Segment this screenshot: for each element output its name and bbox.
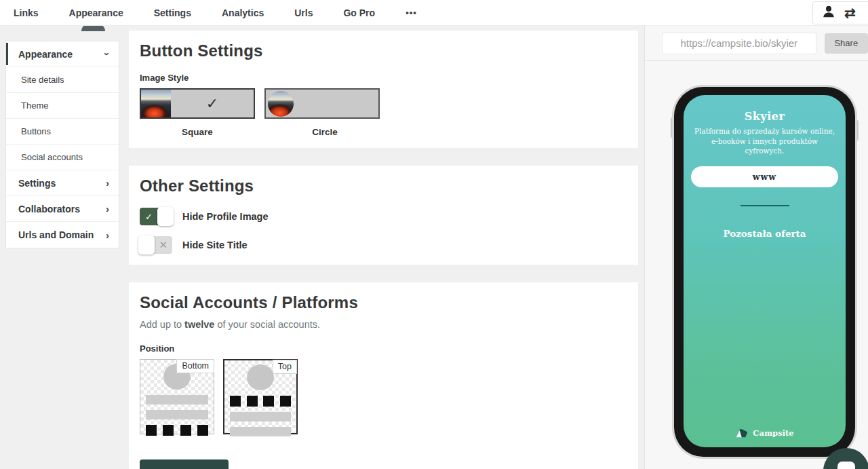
square-option-label: Square — [140, 127, 255, 137]
profile-divider — [741, 205, 789, 206]
social-accounts-title: Social Accounts / Platforms — [140, 293, 627, 312]
hide-profile-image-row: ✓ Hide Profile Image — [140, 208, 627, 225]
nav-go-pro[interactable]: Go Pro — [343, 7, 375, 18]
campsite-brand-label: Campsite — [753, 428, 793, 438]
hide-site-title-row: ✕ Hide Site Title — [140, 236, 627, 254]
sidebar-item-label: Theme — [21, 100, 48, 111]
main-content: Button Settings Image Style ✓ Square Cir… — [129, 26, 638, 469]
chevron-down-icon: › — [102, 52, 113, 56]
phone-preview: Skyier Platforma do sprzedaży kursów onl… — [672, 85, 857, 459]
top-nav: Links Appearance Settings Analytics Urls… — [0, 7, 417, 18]
button-settings-card: Button Settings Image Style ✓ Square Cir… — [129, 31, 638, 148]
more-menu-icon[interactable]: ••• — [406, 7, 417, 18]
top-navigation-bar: Links Appearance Settings Analytics Urls… — [0, 0, 868, 26]
position-label: Position — [140, 343, 627, 354]
other-settings-card: Other Settings ✓ Hide Profile Image ✕ Hi… — [129, 166, 638, 265]
sidebar-item-label: Site details — [21, 75, 64, 85]
profile-url[interactable]: https://campsite.bio/skyier — [662, 33, 816, 54]
phone-bezel: Skyier Platforma do sprzedaży kursów onl… — [674, 87, 855, 457]
sidebar-item-appearance[interactable]: Appearance › — [6, 41, 119, 67]
image-style-label: Image Style — [140, 73, 627, 83]
position-options: Bottom Top — [140, 359, 627, 434]
nav-analytics[interactable]: Analytics — [222, 7, 264, 18]
description-prefix: Add up to — [140, 319, 184, 330]
nav-links[interactable]: Links — [14, 7, 39, 18]
sidebar-item-urls-and-domain[interactable]: Urls and Domain › — [6, 222, 119, 248]
chevron-right-icon: › — [106, 204, 109, 214]
phone-screen: Skyier Platforma do sprzedaży kursów onl… — [684, 95, 846, 447]
hide-profile-image-label: Hide Profile Image — [182, 211, 269, 222]
social-accounts-card: Social Accounts / Platforms Add up to tw… — [129, 282, 638, 469]
profile-section-heading: Pozostała oferta — [684, 228, 846, 239]
preview-header: https://campsite.bio/skyier Share — [645, 26, 868, 61]
sidebar-item-label: Settings — [18, 178, 56, 189]
circle-option-label: Circle — [267, 127, 382, 137]
description-suffix: of your social accounts. — [214, 319, 320, 330]
preview-link-bar — [230, 427, 291, 436]
user-avatar-icon — [821, 4, 836, 22]
preview-link-bar — [146, 410, 208, 419]
sidebar-item-buttons[interactable]: Buttons — [6, 119, 119, 145]
image-style-option-square[interactable]: ✓ — [140, 88, 255, 119]
chat-bubble-icon — [837, 462, 855, 469]
preview-social-icons — [146, 425, 208, 436]
hide-site-title-label: Hide Site Title — [182, 240, 248, 250]
phone-frame: Skyier Platforma do sprzedaży kursów onl… — [672, 85, 857, 459]
circle-thumbnail-image — [268, 91, 294, 117]
toggle-knob — [138, 236, 155, 255]
live-preview-panel: https://campsite.bio/skyier Share Skyier… — [644, 26, 868, 469]
www-link-button[interactable]: www — [691, 166, 838, 187]
preview-link-bar — [230, 412, 291, 421]
sidebar-item-label: Collaborators — [18, 204, 80, 214]
image-style-option-labels: Square Circle — [140, 127, 627, 137]
close-icon: ✕ — [159, 239, 167, 251]
sidebar-item-label: Urls and Domain — [18, 229, 94, 240]
add-account-button[interactable]: Add Account — [140, 459, 229, 469]
sidebar-item-collaborators[interactable]: Collaborators › — [6, 196, 119, 222]
position-option-bottom[interactable]: Bottom — [140, 359, 214, 434]
sidebar-item-theme[interactable]: Theme — [6, 93, 119, 119]
preview-avatar-shape — [247, 364, 274, 390]
settings-sidebar: Appearance › Site details Theme Buttons … — [5, 41, 119, 248]
bottom-option-tag: Bottom — [176, 359, 214, 373]
nav-appearance[interactable]: Appearance — [69, 7, 123, 18]
nav-settings[interactable]: Settings — [154, 7, 191, 18]
sidebar-item-social-accounts[interactable]: Social accounts — [6, 145, 119, 170]
hide-profile-image-toggle[interactable]: ✓ — [140, 208, 172, 225]
active-indicator — [6, 43, 8, 65]
campsite-tent-icon — [735, 428, 748, 438]
profile-title: Skyier — [684, 95, 846, 123]
switch-accounts-icon[interactable]: ⇄ — [844, 6, 856, 20]
image-style-options: ✓ — [140, 88, 627, 119]
image-style-option-circle[interactable] — [264, 88, 380, 119]
preview-link-bar — [146, 395, 208, 405]
other-settings-title: Other Settings — [140, 176, 627, 195]
preview-social-icons — [230, 396, 291, 407]
chevron-right-icon: › — [106, 230, 109, 240]
social-accounts-description: Add up to twelve of your social accounts… — [140, 319, 627, 330]
sidebar-item-site-details[interactable]: Site details — [6, 67, 119, 93]
chevron-right-icon: › — [106, 178, 109, 188]
hide-site-title-toggle[interactable]: ✕ — [140, 236, 172, 254]
campsite-branding[interactable]: Campsite — [684, 428, 846, 438]
sidebar-item-settings[interactable]: Settings › — [6, 170, 119, 196]
toggle-knob — [157, 207, 174, 226]
check-icon: ✓ — [145, 212, 153, 222]
button-settings-title: Button Settings — [140, 41, 627, 60]
sidebar-item-label: Social accounts — [21, 152, 83, 162]
nav-urls[interactable]: Urls — [294, 7, 313, 18]
top-option-tag: Top — [273, 360, 297, 374]
profile-bio: Platforma do sprzedaży kursów online, e-… — [693, 126, 836, 156]
share-button[interactable]: Share — [825, 33, 868, 54]
sidebar-item-label: Appearance — [18, 49, 73, 60]
check-icon: ✓ — [171, 95, 254, 113]
position-option-top[interactable]: Top — [223, 359, 298, 434]
account-switcher[interactable]: ⇄ — [812, 1, 868, 24]
square-thumbnail-image — [141, 90, 171, 117]
sidebar-item-label: Buttons — [21, 126, 51, 136]
description-bold: twelve — [184, 319, 214, 330]
